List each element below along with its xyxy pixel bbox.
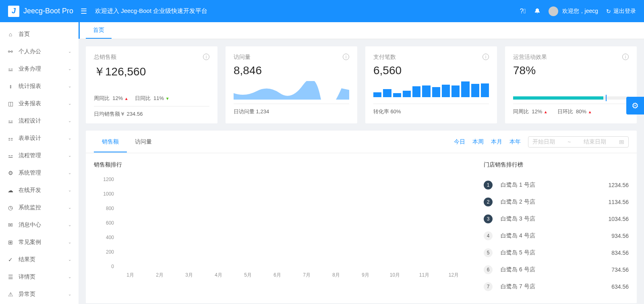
collapse-menu-icon[interactable]: ☰ [81, 7, 87, 16]
settings-fab[interactable]: ⚙ [626, 97, 644, 115]
bar-chart: 120010008006004002000 1月2月3月4月5月6月7月8月9月… [94, 177, 468, 281]
menu-label: 流程设计 [19, 117, 63, 125]
mini-bar-chart [373, 81, 489, 100]
sidebar-item-15[interactable]: ⚠异常页⌄ [0, 285, 79, 303]
mini-progress [513, 81, 629, 100]
chevron-down-icon: ⌄ [68, 67, 71, 71]
sidebar-item-5[interactable]: ⚍流程设计⌄ [0, 112, 79, 129]
sidebar-item-9[interactable]: ☁在线开发⌄ [0, 181, 79, 199]
sidebar-item-1[interactable]: ⚯个人办公⌄ [0, 43, 79, 60]
tab-home[interactable]: 首页 [86, 23, 112, 39]
chevron-down-icon: ⌄ [68, 275, 71, 279]
date-range-picker[interactable]: 开始日期 ~ 结束日期 📅︎ [528, 136, 629, 148]
panel-actions: 今日本周本月本年 开始日期 ~ 结束日期 📅︎ [454, 136, 629, 148]
menu-label: 首页 [19, 31, 71, 38]
stat-value: ￥126,560 [94, 64, 209, 79]
menu-icon: ⚙ [7, 170, 14, 176]
sidebar-item-6[interactable]: ⚏表单设计⌄ [0, 129, 79, 147]
stat-card-0: 总销售额i￥126,560周同比 12% ▲日同比 11% ▼日均销售额￥ 23… [86, 46, 217, 123]
stat-footer: 日访问量 1,234 [234, 104, 349, 115]
time-link-1[interactable]: 本周 [472, 138, 484, 146]
menu-icon: ⚍ [7, 66, 14, 72]
rank-val: 634.56 [611, 283, 629, 290]
chevron-down-icon: ⌄ [68, 119, 71, 123]
stat-value: 6,560 [373, 64, 489, 77]
gear-icon: ⚙ [632, 101, 639, 110]
time-link-2[interactable]: 本月 [491, 138, 502, 146]
chevron-down-icon: ⌄ [68, 136, 71, 140]
stat-value: 8,846 [234, 64, 349, 77]
menu-label: 消息中心 [19, 221, 63, 229]
rank-num: 1 [484, 181, 493, 189]
sidebar-item-11[interactable]: ✉消息中心⌄ [0, 216, 79, 233]
x-label: 9月 [354, 272, 377, 281]
stat-footer: 同周比 12% ▲日环比 80% ▲ [513, 104, 629, 115]
sidebar-item-4[interactable]: ◫业务报表⌄ [0, 95, 79, 112]
sidebar-item-3[interactable]: ⫾统计报表⌄ [0, 77, 79, 95]
time-link-0[interactable]: 今日 [454, 138, 465, 146]
rank-name: 白鹭岛 4 号店 [501, 232, 611, 239]
sidebar-item-7[interactable]: ⚍流程管理⌄ [0, 147, 79, 164]
date-sep: ~ [567, 139, 571, 145]
menu-icon: ✓ [7, 256, 14, 263]
x-label: 4月 [207, 272, 230, 281]
logout-button[interactable]: ↻ 退出登录 [606, 8, 636, 15]
chevron-down-icon: ⌄ [68, 84, 71, 88]
rank-title: 门店销售排行榜 [484, 161, 629, 169]
rank-val: 934.56 [611, 233, 629, 239]
stat-footer: 转化率 60% [373, 104, 489, 115]
rank-name: 白鹭岛 3 号店 [501, 215, 608, 223]
chevron-down-icon: ⌄ [68, 49, 71, 54]
x-label: 10月 [383, 272, 406, 281]
sidebar-item-12[interactable]: ⊞常见案例⌄ [0, 233, 79, 251]
rank-val: 834.56 [611, 250, 629, 256]
x-label: 6月 [266, 272, 289, 281]
sidebar-item-14[interactable]: ☰详情页⌄ [0, 268, 79, 285]
chevron-down-icon: ⌄ [68, 223, 71, 227]
rank-name: 白鹭岛 1 号店 [501, 181, 608, 189]
logo-icon: J [8, 6, 19, 17]
main-panel: 销售额访问量 今日本周本月本年 开始日期 ~ 结束日期 📅︎ 销售额排行 120… [86, 131, 637, 303]
menu-label: 业务报表 [19, 100, 63, 107]
sidebar-item-2[interactable]: ⚍业务办理⌄ [0, 60, 79, 77]
info-icon[interactable]: i [622, 54, 629, 60]
chart-section: 销售额排行 120010008006004002000 1月2月3月4月5月6月… [94, 161, 468, 295]
rank-item-1: 1白鹭岛 1 号店1234.56 [484, 177, 629, 194]
menu-icon: ⊞ [7, 239, 14, 246]
time-link-3[interactable]: 本年 [509, 138, 521, 146]
menu-label: 统计报表 [19, 83, 63, 90]
panel-tab-1[interactable]: 访问量 [127, 131, 160, 152]
user-menu[interactable]: 欢迎您，jeecg [549, 6, 598, 16]
logout-label: 退出登录 [613, 8, 636, 15]
sidebar-item-0[interactable]: ⌂首页 [0, 25, 79, 43]
chevron-down-icon: ⌄ [68, 240, 71, 244]
rank-val: 1034.56 [608, 216, 629, 222]
rank-item-5: 5白鹭岛 5 号店834.56 [484, 244, 629, 261]
menu-icon: ⌂ [7, 31, 14, 37]
time-links: 今日本周本月本年 [454, 138, 521, 146]
menu-icon: ⚯ [7, 48, 14, 55]
sidebar-item-10[interactable]: ◷系统监控⌄ [0, 199, 79, 216]
stat-footer: 日均销售额￥ 234.56 [94, 106, 209, 118]
sidebar-item-13[interactable]: ✓结果页⌄ [0, 251, 79, 268]
sidebar-item-8[interactable]: ⚙系统管理⌄ [0, 164, 79, 181]
help-icon[interactable]: ?⃝ [520, 8, 526, 15]
menu-icon: ⚍ [7, 118, 14, 124]
chevron-down-icon: ⌄ [68, 257, 71, 262]
app-header: J Jeecg-Boot Pro ☰ 欢迎进入 Jeecg-Boot 企业级快速… [0, 0, 644, 22]
bell-icon[interactable]: 🔔︎ [534, 8, 540, 15]
rank-item-3: 3白鹭岛 3 号店1034.56 [484, 210, 629, 227]
menu-icon: ⚠ [7, 291, 14, 298]
info-icon[interactable]: i [482, 54, 489, 60]
logo-block[interactable]: J Jeecg-Boot Pro [8, 6, 79, 17]
rank-item-6: 6白鹭岛 6 号店734.56 [484, 261, 629, 278]
menu-label: 在线开发 [19, 187, 63, 194]
rank-val: 734.56 [611, 267, 629, 273]
stats-row: 总销售额i￥126,560周同比 12% ▲日同比 11% ▼日均销售额￥ 23… [79, 39, 644, 131]
info-icon[interactable]: i [203, 54, 209, 60]
panel-tabs: 销售额访问量 [94, 131, 160, 152]
stat-title: 访问量 [234, 54, 349, 61]
info-icon[interactable]: i [343, 54, 349, 60]
menu-icon: ☁ [7, 187, 14, 194]
panel-tab-0[interactable]: 销售额 [94, 131, 127, 152]
